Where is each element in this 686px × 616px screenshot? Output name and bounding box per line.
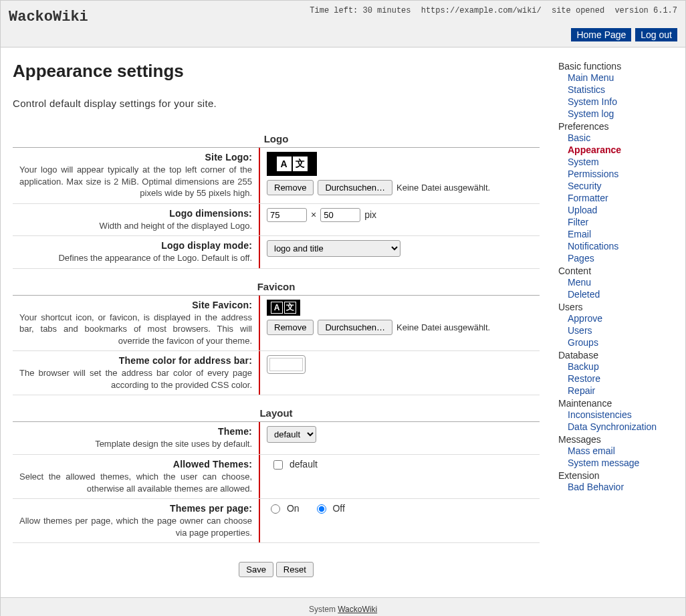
desc-site-logo: Your logo will appear typically at the t… xyxy=(19,164,252,199)
themes-per-page-on[interactable]: On xyxy=(271,503,300,514)
reset-button[interactable]: Reset xyxy=(276,562,314,577)
sidebar-item[interactable]: System log xyxy=(568,108,679,120)
footer: System WackoWiki xyxy=(1,597,685,616)
allowed-theme-option[interactable]: default xyxy=(273,459,318,470)
sidebar-category: Preferences xyxy=(558,121,679,132)
sidebar-item[interactable]: Deleted xyxy=(568,288,679,300)
logo-icon-a: A xyxy=(277,157,292,171)
desc-logo-dimensions: Width and height of the displayed Logo. xyxy=(19,220,252,232)
desc-themes-per-page: Allow themes per page, which the page ow… xyxy=(19,515,252,538)
favicon-icon-translate: 文 xyxy=(284,302,296,314)
sidebar-item[interactable]: Formatter xyxy=(568,192,679,204)
label-theme-color: Theme color for address bar: xyxy=(19,355,252,366)
desc-theme-color: The browser will set the address bar col… xyxy=(19,367,252,391)
desc-theme: Template design the site uses by default… xyxy=(19,438,252,450)
header: Time left: 30 minutes https://example.co… xyxy=(1,1,685,47)
label-logo-display-mode: Logo display mode: xyxy=(19,240,252,251)
sidebar-category: Content xyxy=(558,266,679,276)
remove-logo-button[interactable]: Remove xyxy=(267,180,314,195)
sidebar-category: Extension xyxy=(558,470,679,481)
desc-site-favicon: Your shortcut icon, or favicon, is displ… xyxy=(19,312,252,347)
sidebar-item[interactable]: Main Menu xyxy=(568,72,679,84)
sidebar-item[interactable]: System xyxy=(568,156,679,168)
section-heading-favicon: Favicon xyxy=(13,277,540,296)
row-themes-per-page: Themes per page: Allow themes per page, … xyxy=(13,499,540,543)
sidebar-category: Messages xyxy=(558,434,679,445)
sidebar-item[interactable]: Menu xyxy=(568,276,679,288)
themes-per-page-off-radio[interactable] xyxy=(317,504,326,514)
footer-prefix: System xyxy=(309,605,338,614)
sidebar-item[interactable]: Backup xyxy=(568,361,679,373)
sidebar-item[interactable]: Statistics xyxy=(568,84,679,96)
label-allowed-themes: Allowed Themes: xyxy=(19,459,252,470)
row-site-favicon: Site Favicon: Your shortcut icon, or fav… xyxy=(13,296,540,352)
main-content: Appearance settings Control default disp… xyxy=(1,47,552,597)
sidebar-category: Basic functions xyxy=(558,61,679,72)
label-logo-dimensions: Logo dimensions: xyxy=(19,208,252,219)
logo-preview: A 文 xyxy=(267,152,317,176)
sidebar-item[interactable]: Mass email xyxy=(568,445,679,457)
logo-dim-unit: pix xyxy=(364,209,376,220)
themes-per-page-on-radio[interactable] xyxy=(271,504,280,514)
row-logo-display-mode: Logo display mode: Defines the appearanc… xyxy=(13,236,540,269)
row-site-logo: Site Logo: Your logo will appear typical… xyxy=(13,148,540,204)
theme-color-picker[interactable] xyxy=(267,355,306,374)
save-button[interactable]: Save xyxy=(239,562,273,577)
sidebar-item[interactable]: Approve xyxy=(568,312,679,324)
logo-dim-times: × xyxy=(311,209,316,220)
browse-favicon-button[interactable]: Durchsuchen… xyxy=(318,320,392,335)
version: version 6.1.7 xyxy=(614,6,677,15)
favicon-preview: A 文 xyxy=(267,300,300,316)
footer-link[interactable]: WackoWiki xyxy=(338,605,377,614)
sidebar-item[interactable]: Repair xyxy=(568,385,679,397)
sidebar: Basic functionsMain MenuStatisticsSystem… xyxy=(552,47,685,597)
logout-link[interactable]: Log out xyxy=(635,28,677,41)
themes-per-page-off[interactable]: Off xyxy=(317,503,345,514)
logo-width-input[interactable] xyxy=(267,208,307,222)
sidebar-category: Database xyxy=(558,350,679,361)
sidebar-category: Maintenance xyxy=(558,398,679,409)
logo-file-status: Keine Datei ausgewählt. xyxy=(396,183,490,193)
sidebar-item[interactable]: Filter xyxy=(568,216,679,228)
sidebar-item[interactable]: Restore xyxy=(568,373,679,385)
sidebar-item[interactable]: Data Synchronization xyxy=(568,421,679,433)
favicon-icon-a: A xyxy=(271,302,283,314)
sidebar-item[interactable]: Bad Behavior xyxy=(568,481,679,493)
section-heading-layout: Layout xyxy=(13,403,540,422)
sidebar-item[interactable]: Inconsistencies xyxy=(568,409,679,421)
logo-icon-translate: 文 xyxy=(293,157,308,171)
sidebar-item[interactable]: Groups xyxy=(568,336,679,348)
sidebar-item[interactable]: Security xyxy=(568,180,679,192)
sidebar-item[interactable]: Basic xyxy=(568,132,679,144)
theme-select[interactable]: default xyxy=(267,426,316,443)
allowed-theme-checkbox[interactable] xyxy=(273,460,283,470)
favicon-file-status: Keine Datei ausgewählt. xyxy=(396,322,490,332)
label-site-favicon: Site Favicon: xyxy=(19,300,252,310)
time-left: Time left: 30 minutes xyxy=(310,6,411,15)
site-url: https://example.com/wiki/ xyxy=(421,6,542,15)
page-title: Appearance settings xyxy=(13,61,540,82)
sidebar-category: Users xyxy=(558,302,679,312)
sidebar-item[interactable]: System Info xyxy=(568,96,679,108)
label-themes-per-page: Themes per page: xyxy=(19,503,252,514)
section-heading-logo: Logo xyxy=(13,129,540,148)
sidebar-item[interactable]: Pages xyxy=(568,252,679,264)
page-intro: Control default display settings for you… xyxy=(13,98,540,109)
logo-display-mode-select[interactable]: logo and title xyxy=(267,240,401,257)
remove-favicon-button[interactable]: Remove xyxy=(267,320,314,335)
sidebar-item[interactable]: Users xyxy=(568,324,679,336)
sidebar-item[interactable]: Notifications xyxy=(568,240,679,252)
site-status: site opened xyxy=(552,6,604,15)
home-page-link[interactable]: Home Page xyxy=(571,28,631,41)
sidebar-item[interactable]: Upload xyxy=(568,204,679,216)
label-site-logo: Site Logo: xyxy=(19,152,252,163)
logo-height-input[interactable] xyxy=(320,208,360,222)
sidebar-item[interactable]: Appearance xyxy=(568,144,679,156)
sidebar-item[interactable]: Permissions xyxy=(568,168,679,180)
browse-logo-button[interactable]: Durchsuchen… xyxy=(318,180,392,195)
row-theme: Theme: Template design the site uses by … xyxy=(13,422,540,455)
row-allowed-themes: Allowed Themes: Select the allowed theme… xyxy=(13,455,540,499)
sidebar-item[interactable]: System message xyxy=(568,457,679,469)
sidebar-item[interactable]: Email xyxy=(568,228,679,240)
row-logo-dimensions: Logo dimensions: Width and height of the… xyxy=(13,204,540,237)
